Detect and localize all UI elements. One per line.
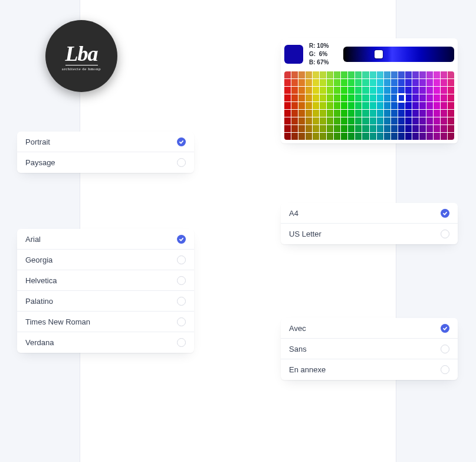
- color-cell[interactable]: [306, 110, 312, 117]
- color-cell[interactable]: [355, 79, 362, 86]
- color-cell[interactable]: [348, 79, 354, 86]
- color-cell[interactable]: [377, 110, 383, 117]
- color-cell[interactable]: [355, 117, 362, 124]
- color-cell[interactable]: [306, 102, 312, 109]
- color-cell[interactable]: [398, 110, 405, 117]
- color-cell[interactable]: [298, 133, 305, 140]
- color-cell[interactable]: [341, 125, 347, 132]
- color-cell[interactable]: [341, 102, 347, 109]
- color-cell[interactable]: [419, 102, 426, 109]
- color-cell[interactable]: [412, 87, 419, 94]
- color-cell[interactable]: [448, 133, 454, 140]
- color-cell[interactable]: [320, 117, 326, 124]
- color-cell[interactable]: [298, 94, 305, 101]
- color-cell[interactable]: [419, 79, 426, 86]
- color-cell[interactable]: [306, 117, 312, 124]
- color-cell[interactable]: [320, 71, 326, 78]
- color-cell[interactable]: [377, 102, 383, 109]
- fonts-option[interactable]: Verdana: [17, 332, 194, 353]
- color-cell[interactable]: [398, 102, 405, 109]
- color-cell[interactable]: [441, 117, 447, 124]
- color-cell[interactable]: [298, 110, 305, 117]
- color-cell[interactable]: [334, 102, 340, 109]
- color-cell[interactable]: [384, 94, 390, 101]
- color-cell[interactable]: [306, 87, 312, 94]
- color-cell[interactable]: [370, 71, 376, 78]
- color-cell[interactable]: [334, 79, 340, 86]
- color-cell[interactable]: [391, 110, 398, 117]
- color-cell[interactable]: [384, 102, 390, 109]
- color-cell[interactable]: [398, 117, 405, 124]
- color-cell[interactable]: [362, 71, 369, 78]
- color-cell[interactable]: [370, 102, 376, 109]
- color-cell[interactable]: [355, 102, 362, 109]
- color-cell[interactable]: [327, 125, 333, 132]
- color-cell[interactable]: [434, 133, 440, 140]
- color-cell[interactable]: [320, 110, 326, 117]
- color-cell[interactable]: [412, 79, 419, 86]
- color-cell[interactable]: [391, 71, 398, 78]
- color-cell[interactable]: [320, 125, 326, 132]
- color-cell[interactable]: [384, 110, 390, 117]
- color-cell[interactable]: [405, 87, 412, 94]
- color-cell[interactable]: [405, 102, 412, 109]
- fonts-option[interactable]: Palatino: [17, 291, 194, 312]
- color-cell[interactable]: [291, 117, 298, 124]
- color-cell[interactable]: [448, 125, 454, 132]
- color-cell[interactable]: [320, 79, 326, 86]
- color-cell[interactable]: [448, 71, 454, 78]
- color-cell[interactable]: [355, 110, 362, 117]
- color-cell[interactable]: [441, 102, 447, 109]
- color-cell[interactable]: [370, 79, 376, 86]
- color-cell[interactable]: [362, 133, 369, 140]
- color-cell[interactable]: [327, 87, 333, 94]
- color-cell[interactable]: [327, 71, 333, 78]
- color-cell[interactable]: [448, 94, 454, 101]
- color-cell[interactable]: [412, 71, 419, 78]
- color-cell[interactable]: [441, 125, 447, 132]
- color-cell[interactable]: [291, 133, 298, 140]
- color-cell[interactable]: [320, 102, 326, 109]
- color-cell[interactable]: [441, 87, 447, 94]
- color-cell[interactable]: [434, 71, 440, 78]
- color-cell[interactable]: [284, 117, 291, 124]
- color-cell-selected[interactable]: [398, 94, 405, 101]
- color-cell[interactable]: [441, 79, 447, 86]
- paper-option[interactable]: A4: [281, 203, 458, 224]
- color-cell[interactable]: [370, 94, 376, 101]
- color-cell[interactable]: [313, 110, 319, 117]
- color-cell[interactable]: [327, 117, 333, 124]
- color-cell[interactable]: [291, 71, 298, 78]
- color-cell[interactable]: [284, 125, 291, 132]
- color-cell[interactable]: [391, 87, 398, 94]
- color-cell[interactable]: [334, 117, 340, 124]
- color-cell[interactable]: [419, 71, 426, 78]
- color-cell[interactable]: [313, 125, 319, 132]
- color-cell[interactable]: [419, 133, 426, 140]
- color-cell[interactable]: [391, 94, 398, 101]
- color-cell[interactable]: [291, 94, 298, 101]
- color-cell[interactable]: [419, 117, 426, 124]
- color-cell[interactable]: [405, 71, 412, 78]
- color-cell[interactable]: [362, 110, 369, 117]
- color-cell[interactable]: [405, 117, 412, 124]
- color-cell[interactable]: [412, 117, 419, 124]
- color-cell[interactable]: [320, 133, 326, 140]
- color-cell[interactable]: [327, 133, 333, 140]
- color-cell[interactable]: [419, 125, 426, 132]
- color-cell[interactable]: [377, 117, 383, 124]
- color-cell[interactable]: [284, 102, 291, 109]
- color-cell[interactable]: [419, 110, 426, 117]
- color-cell[interactable]: [448, 79, 454, 86]
- color-cell[interactable]: [405, 125, 412, 132]
- color-cell[interactable]: [284, 110, 291, 117]
- color-cell[interactable]: [348, 117, 354, 124]
- color-cell[interactable]: [405, 133, 412, 140]
- color-cell[interactable]: [384, 117, 390, 124]
- color-cell[interactable]: [291, 125, 298, 132]
- fonts-option[interactable]: Arial: [17, 229, 194, 250]
- color-cell[interactable]: [405, 79, 412, 86]
- color-cell[interactable]: [334, 110, 340, 117]
- color-cell[interactable]: [377, 79, 383, 86]
- color-cell[interactable]: [370, 117, 376, 124]
